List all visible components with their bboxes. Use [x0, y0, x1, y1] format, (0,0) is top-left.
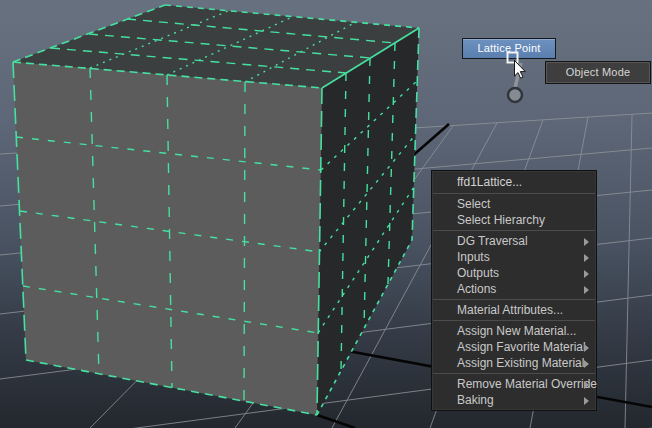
- menu-item-assign-new-material[interactable]: Assign New Material...: [432, 323, 596, 339]
- menu-item-outputs[interactable]: Outputs: [432, 265, 596, 281]
- menu-separator: [433, 299, 595, 300]
- menu-item-label: Baking: [457, 393, 494, 407]
- menu-separator: [433, 320, 595, 321]
- submenu-arrow-icon: [584, 238, 589, 246]
- submenu-arrow-icon: [584, 286, 589, 294]
- marking-menu-origin-icon: [508, 88, 522, 102]
- menu-item-label: Assign Favorite Material: [457, 340, 586, 354]
- lattice-point-pick-box-icon: [508, 53, 518, 63]
- mouse-cursor: [504, 49, 534, 83]
- menu-item-label: Remove Material Override: [457, 377, 597, 391]
- menu-item-label: Actions: [457, 282, 496, 296]
- menu-item-label: DG Traversal: [457, 234, 528, 248]
- menu-separator: [433, 373, 595, 374]
- context-menu: ffd1Lattice... Select Select Hierarchy D…: [431, 170, 597, 411]
- menu-item-label: Inputs: [457, 250, 490, 264]
- menu-item-assign-favorite-material[interactable]: Assign Favorite Material: [432, 339, 596, 355]
- submenu-arrow-icon: [584, 254, 589, 262]
- menu-item-select-hierarchy[interactable]: Select Hierarchy: [432, 212, 596, 228]
- cube-face-right[interactable]: [317, 28, 419, 415]
- menu-item-assign-existing-material[interactable]: Assign Existing Material: [432, 355, 596, 371]
- menu-item-label: Outputs: [457, 266, 499, 280]
- menu-item-actions[interactable]: Actions: [432, 281, 596, 297]
- menu-item-material-attributes[interactable]: Material Attributes...: [432, 302, 596, 318]
- submenu-arrow-icon: [584, 344, 589, 352]
- cursor-arrow-icon: [515, 61, 526, 79]
- menu-separator: [433, 193, 595, 194]
- menu-separator: [433, 230, 595, 231]
- menu-item-baking[interactable]: Baking: [432, 392, 596, 408]
- marking-menu-item-object-mode[interactable]: Object Mode: [545, 61, 651, 84]
- submenu-arrow-icon: [584, 360, 589, 368]
- submenu-arrow-icon: [584, 397, 589, 405]
- viewport[interactable]: Lattice Point Object Mode ffd1Lattice...…: [0, 0, 652, 428]
- menu-item-dg-traversal[interactable]: DG Traversal: [432, 233, 596, 249]
- menu-item-label: Assign Existing Material: [457, 356, 584, 370]
- menu-item-inputs[interactable]: Inputs: [432, 249, 596, 265]
- submenu-arrow-icon: [584, 381, 589, 389]
- context-menu-title[interactable]: ffd1Lattice...: [432, 173, 596, 191]
- menu-item-select[interactable]: Select: [432, 196, 596, 212]
- submenu-arrow-icon: [584, 270, 589, 278]
- cube-face-front[interactable]: [13, 62, 322, 415]
- menu-item-remove-material-override[interactable]: Remove Material Override: [432, 376, 596, 392]
